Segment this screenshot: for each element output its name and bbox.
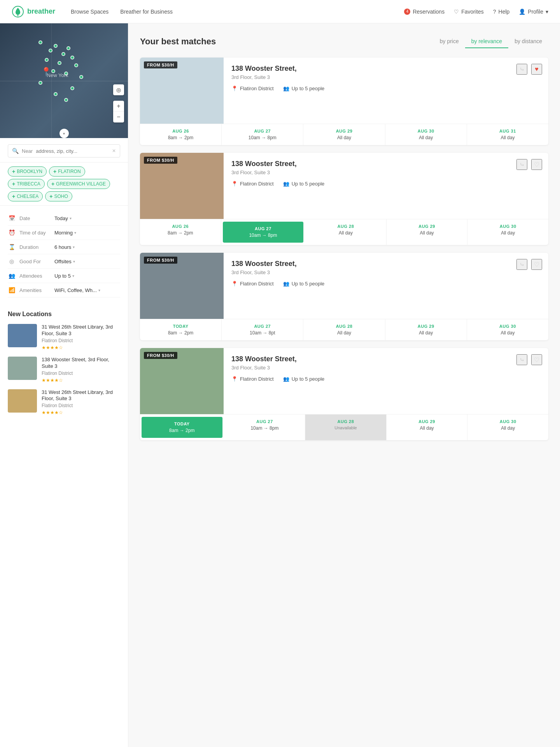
date-slot[interactable]: AUG 29 All day (387, 219, 468, 245)
locate-button[interactable]: ◎ (113, 84, 124, 95)
date-label: AUG 28 (308, 224, 383, 229)
date-slot[interactable]: AUG 29 All day (385, 319, 467, 340)
date-label: TODAY (145, 422, 219, 426)
share-button[interactable]: ⤷ (516, 354, 527, 365)
card-dates: AUG 26 8am → 2pm AUG 27 10am → 8pm AUG 2… (140, 124, 548, 145)
search-area: 🔍 Near ✕ (0, 138, 128, 163)
location-district: Flatiron District (42, 403, 120, 408)
reservations-label: Reservations (413, 9, 444, 15)
date-slot[interactable]: AUG 31 All day (467, 124, 548, 145)
filter-amenities[interactable]: 📶 Amenities WiFi, Coffee, Wh... ▾ (8, 283, 120, 297)
favorite-button[interactable]: ♡ (531, 259, 542, 270)
map-area[interactable]: 📍 New York ◎ + − ▾ (0, 23, 128, 138)
card-district: Flatiron District (240, 86, 274, 91)
location-list-item[interactable]: 138 Wooster Street, 3rd Floor, Suite 3 F… (8, 357, 120, 383)
filter-value-duration[interactable]: 6 hours ▾ (54, 244, 75, 250)
date-time: All day (471, 230, 545, 236)
map-dot (66, 46, 70, 50)
date-slot[interactable]: AUG 27 10am → 8pm (224, 415, 306, 440)
card-image: FROM $30/H (140, 153, 224, 219)
card-capacity: 👥 Up to 5 people (283, 86, 325, 91)
filter-good_for[interactable]: ◎ Good For Offsites ▾ (8, 254, 120, 269)
profile-link[interactable]: 👤 Profile ▾ (519, 9, 548, 15)
date-label: AUG 28 (306, 324, 382, 329)
price-badge: FROM $30/H (144, 157, 177, 164)
search-tag[interactable]: +GREENWICH VILLAGE (47, 179, 110, 189)
breather-business-link[interactable]: Breather for Business (120, 9, 173, 15)
date-slot[interactable]: TODAY 8am → 2pm (140, 319, 222, 340)
filter-value-amenities[interactable]: WiFi, Coffee, Wh... ▾ (54, 287, 100, 293)
zoom-out-button[interactable]: − (113, 112, 124, 122)
sort-tab-by-distance[interactable]: by distance (508, 35, 548, 48)
filter-value-attendees[interactable]: Up to 5 ▾ (54, 273, 74, 279)
location-stars: ★★★★☆ (42, 345, 120, 350)
filter-value-good_for[interactable]: Offsites ▾ (54, 259, 75, 264)
filter-label-duration: Duration (19, 244, 51, 250)
filter-date[interactable]: 📅 Date Today ▾ (8, 211, 120, 226)
sort-tab-by-price[interactable]: by price (434, 35, 465, 48)
date-slot[interactable]: AUG 30 All day (385, 124, 467, 145)
location-list-item[interactable]: 31 West 26th Street Library, 3rd Floor, … (8, 324, 120, 350)
search-tag[interactable]: +BROOKLYN (8, 166, 47, 177)
date-time: 10am → 8pt (225, 330, 300, 336)
filter-time_of_day[interactable]: ⏰ Time of day Morning ▾ (8, 226, 120, 240)
tag-label: GREENWICH VILLAGE (56, 181, 106, 187)
search-tag[interactable]: +SOHO (45, 191, 72, 201)
filter-value-time_of_day[interactable]: Morning ▾ (54, 230, 76, 236)
date-slot[interactable]: AUG 28 Unavailable (305, 415, 387, 440)
search-tag[interactable]: +CHELSEA (8, 191, 43, 201)
share-button[interactable]: ⤷ (516, 64, 527, 75)
filters-area: 📅 Date Today ▾ ⏰ Time of day Morning ▾ ⌛… (0, 206, 128, 303)
date-slot[interactable]: AUG 30 All day (467, 415, 548, 440)
favorite-button[interactable]: ♥ (531, 64, 542, 75)
date-slot[interactable]: AUG 26 8am → 2pm (140, 219, 221, 245)
share-button[interactable]: ⤷ (516, 159, 527, 170)
location-name: 31 West 26th Street Library, 3rd Floor, … (42, 324, 120, 337)
filter-value-date[interactable]: Today ▾ (54, 215, 72, 221)
location-list-item[interactable]: 31 West 26th Street Library, 3rd Floor, … (8, 389, 120, 416)
profile-icon: 👤 (519, 9, 525, 15)
date-slot[interactable]: AUG 26 8am → 2pm (140, 124, 222, 145)
favorite-button[interactable]: ♡ (531, 159, 542, 170)
share-button[interactable]: ⤷ (516, 259, 527, 270)
date-slot[interactable]: AUG 29 All day (387, 415, 468, 440)
date-label: AUG 29 (306, 129, 382, 133)
card-district: Flatiron District (240, 281, 274, 287)
filter-duration[interactable]: ⌛ Duration 6 hours ▾ (8, 240, 120, 254)
date-slot[interactable]: AUG 27 10am → 8pm (222, 124, 303, 145)
zoom-in-button[interactable]: + (113, 101, 124, 112)
map-dot (61, 52, 65, 56)
favorite-button[interactable]: ♡ (531, 354, 542, 365)
search-tag[interactable]: +FLATIRON (49, 166, 85, 177)
tag-plus-icon: + (53, 168, 56, 175)
date-time: All day (471, 425, 545, 431)
date-slot[interactable]: AUG 30 All day (467, 219, 548, 245)
browse-spaces-link[interactable]: Browse Spaces (71, 9, 108, 15)
date-slot[interactable]: AUG 27 10am → 8pt (222, 319, 303, 340)
search-input[interactable] (36, 148, 109, 154)
search-clear-button[interactable]: ✕ (112, 148, 116, 154)
card-content: 138 Wooster Street, 3rd Floor, Suite 3 ⤷… (224, 58, 548, 124)
date-slot[interactable]: AUG 28 All day (305, 219, 387, 245)
card-content: 138 Wooster Street, 3rd Floor, Suite 3 ⤷… (224, 348, 548, 414)
logo[interactable]: breather (12, 5, 55, 18)
date-slot[interactable]: AUG 29 All day (303, 124, 385, 145)
card-actions: ⤷ ♡ (516, 159, 542, 170)
date-slot[interactable]: AUG 27 10am → 8pm (223, 222, 304, 243)
search-tag[interactable]: +TRIBECCA (8, 179, 45, 189)
location-icon: 📍 (231, 181, 238, 187)
favorites-link[interactable]: ♡ Favorites (454, 9, 484, 15)
date-label: AUG 31 (470, 129, 545, 133)
date-time: All day (390, 425, 464, 431)
sort-tab-by-relevance[interactable]: by relevance (465, 35, 508, 48)
help-icon: ? (493, 9, 496, 15)
date-slot[interactable]: AUG 30 All day (467, 319, 548, 340)
map-collapse-button[interactable]: ▾ (60, 129, 69, 138)
filter-attendees[interactable]: 👥 Attendees Up to 5 ▾ (8, 269, 120, 283)
date-slot[interactable]: AUG 28 All day (303, 319, 385, 340)
date-slot[interactable]: TODAY 8am → 2pm (142, 417, 223, 438)
reservations-link[interactable]: 4 Reservations (404, 9, 444, 15)
location-thumbnail (8, 324, 37, 347)
help-link[interactable]: ? Help (493, 9, 510, 15)
tag-plus-icon: + (49, 193, 52, 199)
